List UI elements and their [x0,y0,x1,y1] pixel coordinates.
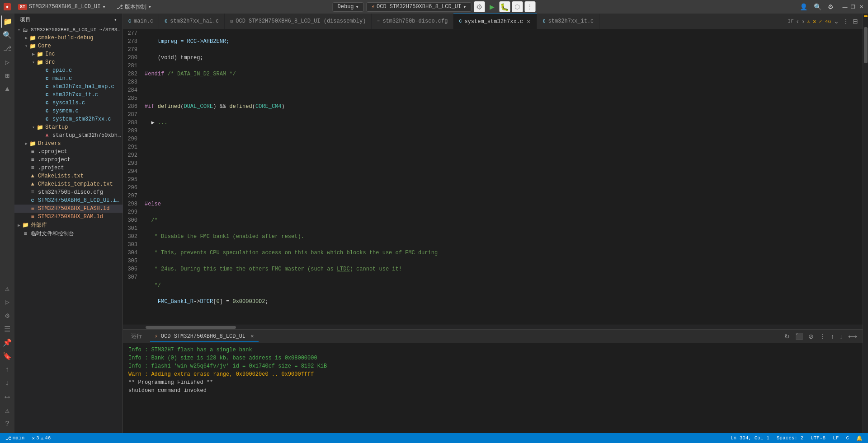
status-spaces[interactable]: Spaces: 2 [775,435,805,441]
activity-warning[interactable]: ⚠ [1,404,14,417]
search-icon[interactable]: 🔍 [812,2,823,11]
scrollbar-thumb-h[interactable] [146,326,236,329]
status-encoding[interactable]: UTF-8 [809,435,827,441]
activity-down[interactable]: ↓ [1,377,14,390]
activity-cmake[interactable]: ▲ [1,83,14,96]
tab-hal-c[interactable]: C stm32h7xx_hal.c [159,14,225,29]
activity-diff[interactable]: ⟷ [1,391,14,403]
tab-disco-cfg[interactable]: ≡ stm32h750b-disco.cfg [372,14,453,29]
warning-icon: ⚠ [41,435,44,441]
user-icon[interactable]: 👤 [798,2,809,11]
activity-extensions[interactable]: ⊞ [1,70,14,82]
project-menu[interactable]: ST STM32H750XBH6_8_LCD_UI ▾ [14,3,109,11]
activity-search[interactable]: 🔍 [1,29,14,42]
tree-item-inc[interactable]: ▶ 📁 Inc [14,50,123,58]
panel-down-btn[interactable]: ↓ [838,332,844,341]
activity-bookmark[interactable]: 🔖 [1,350,14,363]
close-btn[interactable]: ✕ [858,4,864,10]
tree-item-dotproject[interactable]: ≡ .project [14,164,123,172]
code-scroll[interactable]: 277278279280 281282283284 285286287288 2… [123,29,863,325]
panel-diff-btn[interactable]: ⟷ [846,332,859,341]
activity-stacks[interactable]: ☰ [1,323,14,336]
activity-settings2[interactable]: ⚙ [1,309,14,322]
settings-icon[interactable]: ⚙ [826,2,835,11]
tree-item-cmake-tpl[interactable]: ▲ CMakeLists_template.txt [14,180,123,188]
panel-more-btn[interactable]: ⋮ [817,332,827,341]
scrollbar-horizontal[interactable] [123,325,863,329]
debug-mode-btn[interactable]: Debug ▾ [333,2,364,12]
tree-item-tmp[interactable]: ≡ 临时文件和控制台 [14,229,123,238]
tab-split-btn[interactable]: ⊟ [852,17,859,26]
tree-item-flash-ld[interactable]: ≡ STM32H750XBHX_FLASH.ld [14,205,123,213]
tree-item-disco-cfg[interactable]: ≡ stm32h750b-disco.cfg [14,188,123,196]
tree-item-core[interactable]: ▾ 📁 Core [14,42,123,50]
tree-arrow-inc: ▶ [31,51,36,57]
code-line-292: */ [145,281,863,289]
tab-label-main-c: main.c [134,18,153,24]
scroll-thumb[interactable] [864,27,868,63]
panel-up-btn[interactable]: ↑ [829,332,836,341]
tree-item-gpio[interactable]: C gpio.c [14,66,123,75]
tab-disasm[interactable]: ⊞ OCD STM32H750XBH6_8_LCD_UI (disassembl… [225,14,372,29]
vcs-menu[interactable]: ⎇ 版本控制 ▾ [113,2,155,12]
tree-item-cmake[interactable]: ▶ 📁 cmake-build-debug [14,34,123,42]
panel-stop-btn[interactable]: ⬛ [793,332,805,341]
tab-expand-btn[interactable]: ⌄ [833,17,840,26]
tree-item-src[interactable]: ▾ 📁 Src [14,58,123,66]
panel-tab-run[interactable]: 运行 [127,331,146,342]
status-line-ending[interactable]: LF [831,435,840,441]
coverage-btn[interactable]: ⬡ [512,1,523,12]
tree-item-root[interactable]: ▾ 🗂 STM32H750XBH6_8_LCD_UI ~/STM32_Proje… [14,26,123,34]
tree-item-syscalls[interactable]: C syscalls.c [14,99,123,107]
tab-more-btn[interactable]: ⋮ [842,17,850,26]
activity-up[interactable]: ↑ [1,364,14,376]
tree-arrow-startup: ▾ [31,125,36,130]
tab-system-h7xx[interactable]: C system_stm32h7xx.c ✕ [453,14,537,29]
right-scrollbar[interactable] [863,14,868,433]
tree-item-startup-s[interactable]: A startup_stm32h750xbhx.s [14,131,123,140]
panel-clear-btn[interactable]: ⊘ [807,332,816,341]
maximize-btn[interactable]: ❐ [850,4,856,10]
panel-tab-ocd[interactable]: ⚡ OCD STM32H750XBH6_8_LCD_UI ✕ [150,331,259,342]
tree-item-cproject[interactable]: ≡ .cproject [14,148,123,156]
tree-item-ioc[interactable]: C STM32H750XBH6_8_LCD_UI.ioc [14,196,123,205]
tree-item-drivers[interactable]: ▶ 📁 Drivers [14,140,123,148]
tab-nav-left[interactable]: ‹ [796,17,800,26]
status-position[interactable]: Ln 304, Col 1 [729,435,771,441]
panel-tab-ocd-close[interactable]: ✕ [250,333,254,340]
status-notifications[interactable]: 🔔 [854,435,864,441]
more-btn[interactable]: ⋮ [524,1,535,12]
status-errors[interactable]: ✕ 3 ⚠ 46 [30,435,52,441]
tree-item-sysmem[interactable]: C sysmem.c [14,107,123,115]
tree-item-system[interactable]: C system_stm32h7xx.c [14,115,123,123]
tree-item-cmake-lists[interactable]: ▲ CMakeLists.txt [14,172,123,180]
activity-debug[interactable]: ▷ [1,56,14,69]
activity-files[interactable]: 📁 [1,15,14,28]
tab-close-system-h7xx[interactable]: ✕ [526,18,531,25]
run-btn[interactable]: ▶ [486,1,497,12]
tree-item-extlib[interactable]: ▶ 📁 外部库 [14,221,123,229]
tree-item-hal-msp[interactable]: C stm32h7xx_hal_msp.c [14,83,123,91]
tab-nav-right[interactable]: › [801,17,805,26]
status-language[interactable]: C [844,435,851,441]
folder-icon-drivers: 📁 [29,140,36,147]
activity-vcs[interactable]: ⎇ [1,42,14,55]
tab-main-c[interactable]: C main.c [123,14,159,29]
tree-item-main[interactable]: C main.c [14,75,123,83]
config-btn[interactable]: ⚙ [474,1,485,12]
tree-item-startup[interactable]: ▾ 📁 Startup [14,123,123,131]
tab-it-c[interactable]: C stm32h7xx_it.c [537,14,599,29]
minimize-btn[interactable]: — [842,4,848,10]
activity-run2[interactable]: ▷ [1,296,14,308]
activity-problems[interactable]: ⚠ [1,282,14,295]
panel-refresh-btn[interactable]: ↻ [783,332,792,341]
tree-item-it[interactable]: C stm32h7xx_it.c [14,91,123,99]
tree-item-ram-ld[interactable]: ≡ STM32H750XBHX_RAM.ld [14,213,123,221]
activity-pin[interactable]: 📌 [1,336,14,349]
ocd-config-btn[interactable]: ⚡ OCD STM32H750XBH6_8_LCD_UI ▾ [367,2,472,12]
status-branch[interactable]: ⎇ main [4,435,26,441]
debug-dropdown-icon: ▾ [356,4,359,10]
tree-item-mxproject[interactable]: ≡ .mxproject [14,156,123,164]
activity-help[interactable]: ? [1,418,14,430]
debug-run-btn[interactable]: 🐛 [499,1,510,12]
